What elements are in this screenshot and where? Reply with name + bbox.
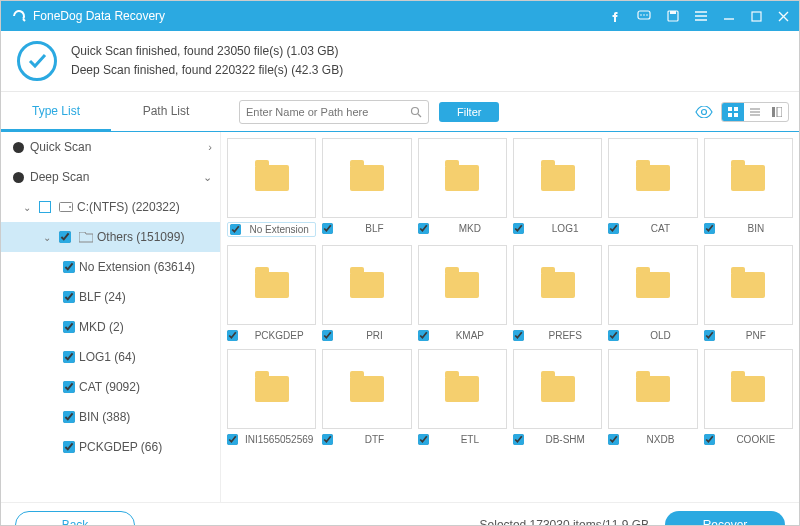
tab-type-list[interactable]: Type List [1, 92, 111, 131]
svg-rect-11 [728, 113, 732, 117]
tree-deep-scan[interactable]: Deep Scan ⌄ [1, 162, 220, 192]
save-icon[interactable] [667, 10, 679, 22]
card-checkbox[interactable] [513, 223, 524, 234]
folder-card[interactable]: PRI [322, 245, 411, 341]
view-detail-button[interactable] [766, 103, 788, 121]
card-checkbox[interactable] [418, 330, 429, 341]
folder-card[interactable]: CAT [608, 138, 697, 237]
tree-checkbox[interactable] [63, 441, 75, 453]
folder-card[interactable]: LOG1 [513, 138, 602, 237]
card-label: KMAP [433, 330, 507, 341]
app-title: FoneDog Data Recovery [33, 9, 609, 23]
tree-others[interactable]: ⌄ Others (151099) [1, 222, 220, 252]
chevron-down-icon: ⌄ [203, 171, 212, 184]
menu-icon[interactable] [695, 11, 707, 21]
tree-checkbox[interactable] [63, 411, 75, 423]
tree-quick-scan[interactable]: Quick Scan › [1, 132, 220, 162]
folder-icon [636, 165, 670, 191]
card-checkbox[interactable] [608, 330, 619, 341]
titlebar: FoneDog Data Recovery [1, 1, 799, 31]
folder-card[interactable]: DTF [322, 349, 411, 445]
tree-item[interactable]: PCKGDEP (66) [1, 432, 220, 462]
preview-icon[interactable] [695, 106, 713, 118]
tree-checkbox[interactable] [63, 351, 75, 363]
tree-drive[interactable]: ⌄ C:(NTFS) (220322) [1, 192, 220, 222]
card-label: PNF [719, 330, 793, 341]
minimize-icon[interactable] [723, 10, 735, 22]
card-checkbox[interactable] [227, 434, 238, 445]
tree-item-label: BIN (388) [79, 410, 212, 424]
view-list-button[interactable] [744, 103, 766, 121]
folder-card[interactable]: No Extension [227, 138, 316, 237]
folder-card[interactable]: PNF [704, 245, 793, 341]
footer: Back Selected 173030 items/11.9 GB Recov… [1, 502, 799, 526]
folder-icon [255, 376, 289, 402]
folder-card[interactable]: INI1565052569 [227, 349, 316, 445]
folder-card[interactable]: DB-SHM [513, 349, 602, 445]
view-grid-button[interactable] [722, 103, 744, 121]
search-input-wrap[interactable] [239, 100, 429, 124]
tree-item-label: BLF (24) [79, 290, 212, 304]
tab-path-list[interactable]: Path List [111, 92, 221, 131]
svg-point-8 [702, 109, 707, 114]
card-checkbox[interactable] [608, 223, 619, 234]
tree-checkbox[interactable] [39, 201, 51, 213]
card-checkbox[interactable] [608, 434, 619, 445]
card-checkbox[interactable] [513, 330, 524, 341]
tree-item[interactable]: LOG1 (64) [1, 342, 220, 372]
tree-checkbox[interactable] [59, 231, 71, 243]
folder-icon [731, 165, 765, 191]
card-checkbox[interactable] [418, 223, 429, 234]
search-icon[interactable] [410, 106, 422, 118]
card-checkbox[interactable] [322, 330, 333, 341]
card-checkbox[interactable] [227, 330, 238, 341]
back-button[interactable]: Back [15, 511, 135, 527]
folder-card[interactable]: BLF [322, 138, 411, 237]
scan-complete-check-icon [17, 41, 57, 81]
maximize-icon[interactable] [751, 11, 762, 22]
card-checkbox[interactable] [322, 223, 333, 234]
tree-item[interactable]: BIN (388) [1, 402, 220, 432]
tree-checkbox[interactable] [63, 291, 75, 303]
tree-checkbox[interactable] [63, 321, 75, 333]
tree-item-label: PCKGDEP (66) [79, 440, 212, 454]
card-checkbox[interactable] [322, 434, 333, 445]
card-checkbox[interactable] [704, 223, 715, 234]
tree-item[interactable]: BLF (24) [1, 282, 220, 312]
folder-thumbnail [418, 349, 507, 429]
folder-thumbnail [704, 245, 793, 325]
card-checkbox[interactable] [704, 330, 715, 341]
search-input[interactable] [246, 106, 410, 118]
svg-point-1 [640, 14, 642, 16]
folder-card[interactable]: MKD [418, 138, 507, 237]
folder-thumbnail [608, 349, 697, 429]
folder-card[interactable]: PCKGDEP [227, 245, 316, 341]
drive-icon [59, 202, 73, 212]
folder-card[interactable]: BIN [704, 138, 793, 237]
tree-item[interactable]: No Extension (63614) [1, 252, 220, 282]
tree-checkbox[interactable] [63, 381, 75, 393]
folder-card[interactable]: OLD [608, 245, 697, 341]
app-logo-icon [11, 8, 27, 24]
card-checkbox[interactable] [418, 434, 429, 445]
folder-card[interactable]: ETL [418, 349, 507, 445]
tree-item[interactable]: CAT (9092) [1, 372, 220, 402]
folder-card[interactable]: PREFS [513, 245, 602, 341]
filter-button[interactable]: Filter [439, 102, 499, 122]
tree-checkbox[interactable] [63, 261, 75, 273]
feedback-icon[interactable] [637, 10, 651, 22]
card-label: DTF [337, 434, 411, 445]
folder-card[interactable]: KMAP [418, 245, 507, 341]
card-checkbox[interactable] [513, 434, 524, 445]
folder-card[interactable]: NXDB [608, 349, 697, 445]
card-checkbox[interactable] [704, 434, 715, 445]
share-facebook-icon[interactable] [609, 10, 621, 22]
close-icon[interactable] [778, 11, 789, 22]
card-checkbox[interactable] [230, 224, 241, 235]
folder-icon [541, 376, 575, 402]
tree-item[interactable]: MKD (2) [1, 312, 220, 342]
recover-button[interactable]: Recover [665, 511, 785, 527]
folder-card[interactable]: COOKIE [704, 349, 793, 445]
radio-filled-icon [13, 172, 24, 183]
svg-rect-13 [772, 107, 775, 117]
